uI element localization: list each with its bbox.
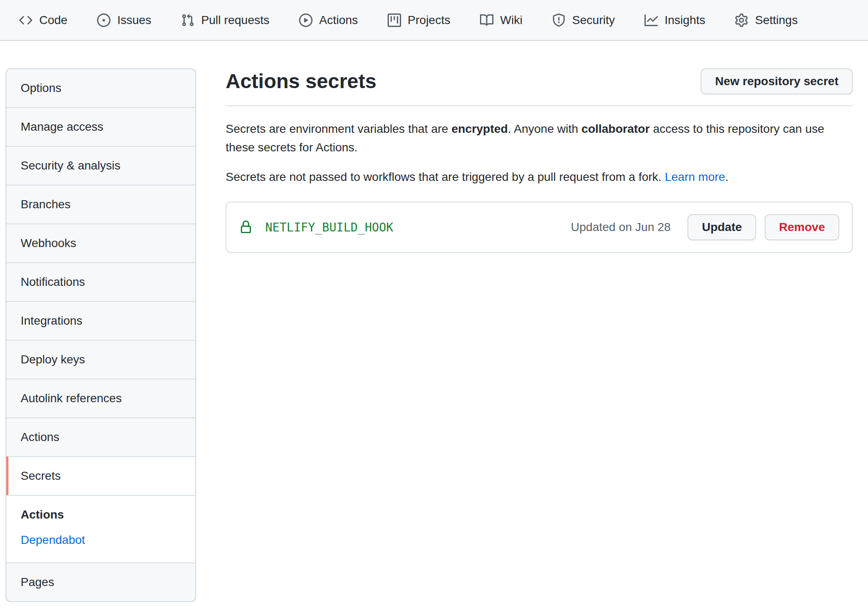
description-text: Secrets are environment variables that a…	[226, 122, 451, 135]
description-text: . Anyone with	[508, 122, 581, 135]
update-secret-button[interactable]: Update	[687, 214, 756, 240]
description-bold-encrypted: encrypted	[451, 122, 508, 135]
tab-label: Insights	[665, 14, 706, 26]
gear-icon	[735, 13, 748, 27]
page-header: Actions secrets New repository secret	[226, 68, 853, 106]
secret-name: NETLIFY_BUILD_HOOK	[265, 220, 571, 234]
tab-pull-requests[interactable]: Pull requests	[181, 13, 270, 27]
tab-actions[interactable]: Actions	[299, 13, 358, 27]
settings-sidebar: Options Manage access Security & analysi…	[5, 68, 196, 602]
sidebar-item-security-analysis[interactable]: Security & analysis	[6, 146, 195, 185]
tab-label: Actions	[319, 14, 358, 26]
new-repository-secret-button[interactable]: New repository secret	[701, 68, 853, 94]
sidebar-item-pages[interactable]: Pages	[6, 562, 195, 601]
tab-settings[interactable]: Settings	[735, 13, 798, 27]
remove-secret-button[interactable]: Remove	[765, 214, 839, 240]
secrets-list: NETLIFY_BUILD_HOOK Updated on Jun 28 Upd…	[226, 202, 853, 253]
sidebar-item-autolink-references[interactable]: Autolink references	[6, 379, 195, 417]
sidebar-item-notifications[interactable]: Notifications	[6, 262, 195, 301]
page-body: Options Manage access Security & analysi…	[0, 41, 868, 602]
fork-note-text: Secrets are not passed to workflows that…	[226, 170, 665, 183]
tab-issues[interactable]: Issues	[97, 13, 151, 27]
subsection-header-actions: Actions	[21, 508, 189, 522]
secrets-subsection: Actions Dependabot	[6, 495, 195, 562]
sidebar-item-manage-access[interactable]: Manage access	[6, 107, 195, 146]
sidebar-item-webhooks[interactable]: Webhooks	[6, 223, 195, 262]
code-icon	[19, 13, 32, 27]
lock-icon	[239, 220, 253, 234]
secret-updated-date: Updated on Jun 28	[571, 220, 671, 234]
sidebar-item-integrations[interactable]: Integrations	[6, 301, 195, 340]
learn-more-link[interactable]: Learn more	[665, 170, 725, 183]
tab-label: Settings	[755, 14, 798, 26]
repo-tab-bar: Code Issues Pull requests Actions Projec…	[0, 0, 868, 41]
graph-icon	[644, 13, 658, 27]
tab-label: Wiki	[500, 14, 523, 26]
subsection-link-dependabot[interactable]: Dependabot	[21, 533, 85, 547]
tab-code[interactable]: Code	[19, 13, 67, 27]
project-board-icon	[388, 13, 401, 27]
tab-label: Code	[39, 14, 67, 26]
sidebar-item-branches[interactable]: Branches	[6, 185, 195, 223]
git-pull-request-icon	[181, 13, 194, 27]
sidebar-item-secrets[interactable]: Secrets	[6, 456, 195, 495]
tab-label: Issues	[117, 14, 151, 26]
tab-label: Pull requests	[201, 14, 270, 26]
fork-note-period: .	[725, 170, 728, 183]
shield-icon	[552, 13, 566, 27]
secret-row: NETLIFY_BUILD_HOOK Updated on Jun 28 Upd…	[226, 202, 852, 252]
tab-label: Security	[572, 14, 615, 26]
page-title: Actions secrets	[226, 69, 377, 94]
secrets-description: Secrets are environment variables that a…	[226, 120, 853, 157]
tab-insights[interactable]: Insights	[644, 13, 706, 27]
book-icon	[480, 13, 493, 27]
sidebar-item-deploy-keys[interactable]: Deploy keys	[6, 340, 195, 379]
sidebar-item-options[interactable]: Options	[6, 69, 195, 107]
tab-wiki[interactable]: Wiki	[480, 13, 523, 27]
tab-security[interactable]: Security	[552, 13, 615, 27]
tab-label: Projects	[408, 14, 450, 26]
description-bold-collaborator: collaborator	[582, 122, 650, 135]
play-icon	[299, 13, 313, 27]
issue-opened-icon	[97, 13, 111, 27]
main-content: Actions secrets New repository secret Se…	[226, 68, 853, 253]
fork-note: Secrets are not passed to workflows that…	[226, 168, 853, 186]
tab-projects[interactable]: Projects	[388, 13, 450, 27]
sidebar-item-actions[interactable]: Actions	[6, 417, 195, 456]
